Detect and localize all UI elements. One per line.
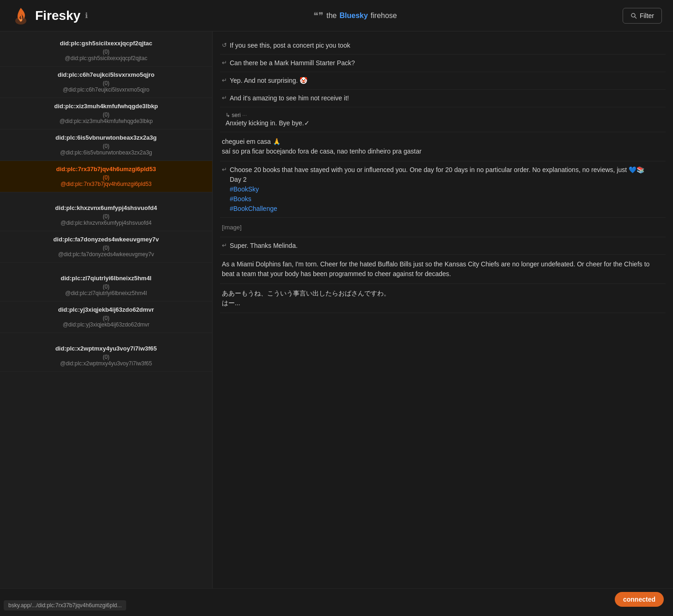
quote-icon: ❝❞ [313,10,324,21]
post-reply: ↵And it's amazing to see him not receive… [220,90,666,107]
reply-text: Can there be a Mark Hammill Starter Pack… [230,58,355,68]
feed-item[interactable]: did:plc:xiz3muh4kmfufwhqgde3lbkp(0) @did… [0,98,212,129]
count-label: (0) [103,354,110,360]
feed-item[interactable]: did:plc:zl7qiutrlyi6lbneixz5hm4l(0) @did… [0,270,212,302]
feed-spacer [0,263,212,270]
feed-item[interactable]: did:plc:gsh5sicilxexxjqcpf2qjtac(0) @did… [0,35,212,67]
count-label: (0) [103,315,110,321]
did-label: did:plc:yj3xiqjekb4ij63zdo62dmvr [7,306,205,313]
standalone-post: cheguei em casa 🙏saí so pra ficar boceja… [220,132,666,161]
handle-label: @did:plc:fa7donyzeds4wkeeuvgmey7v [7,251,205,258]
feed-item[interactable]: did:plc:khxzvnx6umfypj4shsvuofd4(0) @did… [0,200,212,231]
info-icon[interactable]: ℹ [85,11,88,20]
tagline-pre: the [326,12,336,20]
count-label: (0) [103,174,110,181]
handle-label: @did:plc:yj3xiqjekb4ij63zdo62dmvr [7,321,205,328]
feed-item[interactable]: did:plc:7rx37b7jqv4h6umzgi6pld53(0) @did… [0,161,212,192]
reply-text: Super. Thanks Melinda. [230,241,298,251]
handle-label: @did:plc:7rx37b7jqv4h6umzgi6pld53 [7,181,205,187]
count-label: (0) [103,283,110,290]
handle-label: @did:plc:xiz3muh4kmfufwhqgde3lbkp [7,118,205,124]
feed-item[interactable]: did:plc:c6h7eujkci5lsvxrxmo5qjro(0) @did… [0,67,212,98]
bluesky-text: Bluesky [339,12,367,20]
post-reply: ↺If you see this, post a concert pic you… [220,37,666,55]
nested-text: Anxiety kicking in. Bye bye.✓ [226,118,664,128]
did-label: did:plc:zl7qiutrlyi6lbneixz5hm4l [7,275,205,282]
app-title: Firesky [35,8,80,23]
header-left: Firesky ℹ [11,6,88,25]
reply-text: Choose 20 books that have stayed with yo… [230,165,644,214]
url-display: bsky.app/.../did:plc:7rx37b7jqv4h6umzgi6… [4,600,126,610]
did-label: did:plc:7rx37b7jqv4h6umzgi6pld53 [7,166,205,172]
feed-item[interactable]: did:plc:fa7donyzeds4wkeeuvgmey7v(0) @did… [0,231,212,263]
handle-label: @did:plc:x2wptmxy4yu3voy7i7iw3f65 [7,360,205,367]
count-label: (0) [103,143,110,149]
svg-point-1 [631,13,635,17]
count-label: (0) [103,49,110,55]
reply-icon: ↵ [222,242,227,249]
main-content: did:plc:gsh5sicilxexxjqcpf2qjtac(0) @did… [0,31,673,616]
feed-spacer [0,192,212,200]
handle-label: @did:plc:gsh5sicilxexxjqcpf2qjtac [7,55,205,62]
post-reply: ↵Yep. And not surprising. 🤡 [220,72,666,90]
count-label: (0) [103,213,110,220]
did-label: did:plc:xiz3muh4kmfufwhqgde3lbkp [7,103,205,110]
image-placeholder: [image] [222,224,242,231]
handle-label: @did:plc:khxzvnx6umfypj4shsvuofd4 [7,220,205,226]
feed-item[interactable]: did:plc:yj3xiqjekb4ij63zdo62dmvr(0) @did… [0,302,212,333]
standalone-post: As a Miami Dolphins fan, I'm torn. Cheer… [220,255,666,284]
nested-post: ↳ seri ···Anxiety kicking in. Bye bye.✓ [220,107,666,132]
fire-logo-icon [11,6,31,25]
image-post: [image] [220,218,666,237]
reply-text: And it's amazing to see him not receive … [230,93,349,103]
tagline-post: firehose [371,12,397,20]
did-label: did:plc:fa7donyzeds4wkeeuvgmey7v [7,236,205,243]
handle-label: @did:plc:c6h7eujkci5lsvxrxmo5qjro [7,86,205,93]
handle-label: @did:plc:zl7qiutrlyi6lbneixz5hm4l [7,290,205,296]
header-tagline: ❝❞ the Bluesky firehose [313,10,397,21]
reply-text: If you see this, post a concert pic you … [230,41,350,50]
left-feed-panel[interactable]: did:plc:gsh5sicilxexxjqcpf2qjtac(0) @did… [0,31,213,616]
feed-spacer [0,333,212,340]
right-post-panel[interactable]: ↺If you see this, post a concert pic you… [213,31,673,616]
app-header: Firesky ℹ ❝❞ the Bluesky firehose Filter [0,0,673,31]
count-label: (0) [103,111,110,118]
did-label: did:plc:c6h7eujkci5lsvxrxmo5qjro [7,71,205,78]
did-label: did:plc:gsh5sicilxexxjqcpf2qjtac [7,40,205,47]
reply-icon: ↵ [222,94,227,101]
search-icon [630,12,637,19]
filter-button[interactable]: Filter [623,8,662,24]
reply-icon: ↵ [222,59,227,66]
status-bar: bsky.app/.../did:plc:7rx37b7jqv4h6umzgi6… [0,588,673,616]
reply-icon: ↵ [222,166,227,173]
post-reply: ↵Choose 20 books that have stayed with y… [220,161,666,218]
did-label: did:plc:6is5vbnurwtonbeax3zx2a3g [7,134,205,141]
count-label: (0) [103,80,110,86]
nested-header: ↳ seri ··· [226,111,664,118]
post-reply: ↵Can there be a Mark Hammill Starter Pac… [220,55,666,72]
filter-label: Filter [640,12,654,19]
svg-line-2 [635,17,636,18]
feed-item[interactable]: did:plc:x2wptmxy4yu3voy7i7iw3f65(0) @did… [0,340,212,372]
reply-icon: ↵ [222,77,227,84]
feed-item[interactable]: did:plc:6is5vbnurwtonbeax3zx2a3g(0) @did… [0,129,212,161]
reply-icon: ↺ [222,42,227,49]
did-label: did:plc:khxzvnx6umfypj4shsvuofd4 [7,204,205,211]
count-label: (0) [103,245,110,251]
connected-badge: connected [615,592,664,607]
handle-label: @did:plc:6is5vbnurwtonbeax3zx2a3g [7,149,205,156]
did-label: did:plc:x2wptmxy4yu3voy7i7iw3f65 [7,345,205,352]
standalone-post: ああーもうね、こういう事言い出したらおばさんですわ。はー... [220,284,666,313]
reply-text: Yep. And not surprising. 🤡 [230,76,307,86]
post-reply: ↵Super. Thanks Melinda. [220,237,666,255]
